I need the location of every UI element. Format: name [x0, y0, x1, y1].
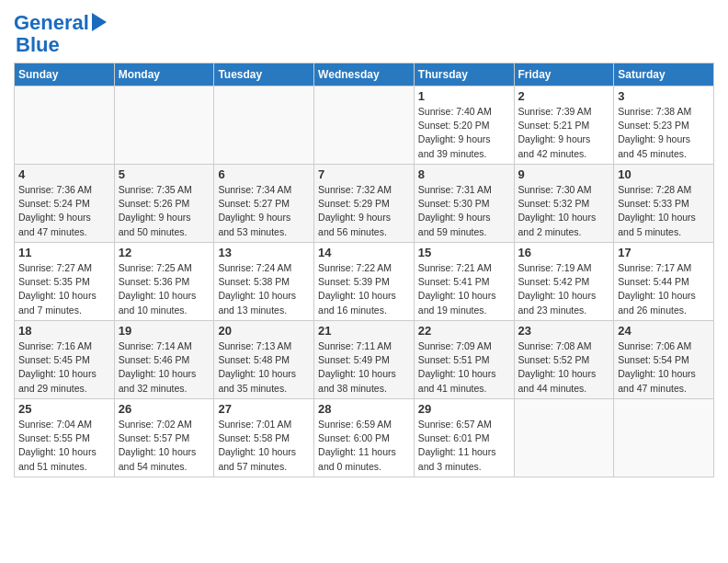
day-info: Sunrise: 7:22 AM Sunset: 5:39 PM Dayligh…: [318, 261, 410, 317]
week-row-4: 18Sunrise: 7:16 AM Sunset: 5:45 PM Dayli…: [15, 321, 714, 399]
day-info: Sunrise: 7:25 AM Sunset: 5:36 PM Dayligh…: [119, 261, 210, 317]
day-number: 25: [18, 402, 110, 416]
day-number: 12: [119, 246, 210, 259]
cell-day: [15, 86, 115, 165]
cell-day: [114, 86, 214, 165]
cell-day: 1Sunrise: 7:40 AM Sunset: 5:20 PM Daylig…: [414, 86, 514, 165]
day-info: Sunrise: 7:36 AM Sunset: 5:24 PM Dayligh…: [18, 183, 110, 239]
day-number: 26: [119, 402, 210, 416]
cell-day: 4Sunrise: 7:36 AM Sunset: 5:24 PM Daylig…: [15, 165, 115, 243]
cell-day: 6Sunrise: 7:34 AM Sunset: 5:27 PM Daylig…: [214, 165, 314, 243]
day-info: Sunrise: 7:21 AM Sunset: 5:41 PM Dayligh…: [418, 261, 510, 317]
day-info: Sunrise: 7:08 AM Sunset: 5:52 PM Dayligh…: [518, 339, 610, 396]
cell-day: 26Sunrise: 7:02 AM Sunset: 5:57 PM Dayli…: [114, 399, 214, 477]
cell-day: 8Sunrise: 7:31 AM Sunset: 5:30 PM Daylig…: [414, 165, 514, 243]
day-info: Sunrise: 7:14 AM Sunset: 5:46 PM Dayligh…: [119, 339, 210, 396]
day-number: 16: [518, 246, 610, 259]
day-number: 27: [218, 402, 310, 416]
day-number: 8: [418, 167, 510, 181]
cell-day: 28Sunrise: 6:59 AM Sunset: 6:00 PM Dayli…: [314, 399, 415, 477]
cell-day: [214, 86, 314, 165]
day-info: Sunrise: 7:17 AM Sunset: 5:44 PM Dayligh…: [618, 261, 710, 317]
day-number: 17: [618, 246, 710, 259]
day-number: 19: [119, 324, 210, 338]
day-info: Sunrise: 7:06 AM Sunset: 5:54 PM Dayligh…: [618, 339, 710, 396]
cell-day: 9Sunrise: 7:30 AM Sunset: 5:32 PM Daylig…: [514, 165, 614, 243]
week-row-2: 4Sunrise: 7:36 AM Sunset: 5:24 PM Daylig…: [15, 165, 714, 243]
day-info: Sunrise: 6:57 AM Sunset: 6:01 PM Dayligh…: [418, 418, 510, 474]
cell-day: 5Sunrise: 7:35 AM Sunset: 5:26 PM Daylig…: [114, 165, 214, 243]
cell-day: 3Sunrise: 7:38 AM Sunset: 5:23 PM Daylig…: [614, 86, 714, 165]
cell-day: 21Sunrise: 7:11 AM Sunset: 5:49 PM Dayli…: [314, 321, 415, 399]
day-number: 6: [218, 167, 310, 181]
day-info: Sunrise: 7:11 AM Sunset: 5:49 PM Dayligh…: [318, 339, 410, 396]
cell-day: 17Sunrise: 7:17 AM Sunset: 5:44 PM Dayli…: [614, 243, 714, 321]
day-number: 5: [119, 167, 210, 181]
day-number: 14: [318, 246, 410, 259]
cell-day: [314, 86, 415, 165]
day-info: Sunrise: 7:31 AM Sunset: 5:30 PM Dayligh…: [418, 183, 510, 239]
day-number: 29: [418, 402, 510, 416]
logo-text: General: [14, 13, 89, 33]
day-info: Sunrise: 7:24 AM Sunset: 5:38 PM Dayligh…: [218, 261, 310, 317]
cell-day: 27Sunrise: 7:01 AM Sunset: 5:58 PM Dayli…: [214, 399, 314, 477]
day-info: Sunrise: 7:34 AM Sunset: 5:27 PM Dayligh…: [218, 183, 310, 239]
cell-day: 24Sunrise: 7:06 AM Sunset: 5:54 PM Dayli…: [614, 321, 714, 399]
day-info: Sunrise: 7:04 AM Sunset: 5:55 PM Dayligh…: [18, 418, 110, 474]
col-header-thursday: Thursday: [414, 63, 514, 86]
header-row: SundayMondayTuesdayWednesdayThursdayFrid…: [15, 63, 714, 86]
day-info: Sunrise: 7:01 AM Sunset: 5:58 PM Dayligh…: [218, 418, 310, 474]
day-info: Sunrise: 7:30 AM Sunset: 5:32 PM Dayligh…: [518, 183, 610, 239]
day-info: Sunrise: 6:59 AM Sunset: 6:00 PM Dayligh…: [318, 418, 410, 474]
day-number: 20: [218, 324, 310, 338]
day-info: Sunrise: 7:35 AM Sunset: 5:26 PM Dayligh…: [119, 183, 210, 239]
cell-day: 25Sunrise: 7:04 AM Sunset: 5:55 PM Dayli…: [15, 399, 115, 477]
day-info: Sunrise: 7:39 AM Sunset: 5:21 PM Dayligh…: [518, 105, 610, 161]
cell-day: 29Sunrise: 6:57 AM Sunset: 6:01 PM Dayli…: [414, 399, 514, 477]
cell-day: 13Sunrise: 7:24 AM Sunset: 5:38 PM Dayli…: [214, 243, 314, 321]
col-header-tuesday: Tuesday: [214, 63, 314, 86]
day-info: Sunrise: 7:40 AM Sunset: 5:20 PM Dayligh…: [418, 105, 510, 161]
cell-day: 19Sunrise: 7:14 AM Sunset: 5:46 PM Dayli…: [114, 321, 214, 399]
day-number: 21: [318, 324, 410, 338]
week-row-5: 25Sunrise: 7:04 AM Sunset: 5:55 PM Dayli…: [15, 399, 714, 477]
header: General Blue: [14, 9, 714, 57]
day-number: 3: [618, 89, 710, 103]
cell-day: 7Sunrise: 7:32 AM Sunset: 5:29 PM Daylig…: [314, 165, 415, 243]
calendar-table: SundayMondayTuesdayWednesdayThursdayFrid…: [14, 63, 714, 477]
day-number: 7: [318, 167, 410, 181]
day-number: 24: [618, 324, 710, 338]
cell-day: 12Sunrise: 7:25 AM Sunset: 5:36 PM Dayli…: [114, 243, 214, 321]
day-number: 10: [618, 167, 710, 181]
day-info: Sunrise: 7:13 AM Sunset: 5:48 PM Dayligh…: [218, 339, 310, 396]
day-info: Sunrise: 7:32 AM Sunset: 5:29 PM Dayligh…: [318, 183, 410, 239]
day-number: 23: [518, 324, 610, 338]
day-info: Sunrise: 7:16 AM Sunset: 5:45 PM Dayligh…: [18, 339, 110, 396]
cell-day: 22Sunrise: 7:09 AM Sunset: 5:51 PM Dayli…: [414, 321, 514, 399]
cell-day: [514, 399, 614, 477]
day-info: Sunrise: 7:09 AM Sunset: 5:51 PM Dayligh…: [418, 339, 510, 396]
day-number: 13: [218, 246, 310, 259]
logo: General Blue: [14, 13, 107, 57]
cell-day: 18Sunrise: 7:16 AM Sunset: 5:45 PM Dayli…: [15, 321, 115, 399]
col-header-monday: Monday: [114, 63, 214, 86]
day-info: Sunrise: 7:28 AM Sunset: 5:33 PM Dayligh…: [618, 183, 710, 239]
day-number: 4: [18, 167, 110, 181]
day-info: Sunrise: 7:38 AM Sunset: 5:23 PM Dayligh…: [618, 105, 710, 161]
cell-day: 2Sunrise: 7:39 AM Sunset: 5:21 PM Daylig…: [514, 86, 614, 165]
day-number: 9: [518, 167, 610, 181]
cell-day: 11Sunrise: 7:27 AM Sunset: 5:35 PM Dayli…: [15, 243, 115, 321]
cell-day: 15Sunrise: 7:21 AM Sunset: 5:41 PM Dayli…: [414, 243, 514, 321]
cell-day: 14Sunrise: 7:22 AM Sunset: 5:39 PM Dayli…: [314, 243, 415, 321]
col-header-wednesday: Wednesday: [314, 63, 415, 86]
day-number: 22: [418, 324, 510, 338]
logo-arrow-icon: [92, 13, 107, 31]
logo-blue: Blue: [16, 33, 107, 57]
day-number: 15: [418, 246, 510, 259]
week-row-3: 11Sunrise: 7:27 AM Sunset: 5:35 PM Dayli…: [15, 243, 714, 321]
col-header-friday: Friday: [514, 63, 614, 86]
cell-day: 23Sunrise: 7:08 AM Sunset: 5:52 PM Dayli…: [514, 321, 614, 399]
week-row-1: 1Sunrise: 7:40 AM Sunset: 5:20 PM Daylig…: [15, 86, 714, 165]
cell-day: 20Sunrise: 7:13 AM Sunset: 5:48 PM Dayli…: [214, 321, 314, 399]
cell-day: 16Sunrise: 7:19 AM Sunset: 5:42 PM Dayli…: [514, 243, 614, 321]
